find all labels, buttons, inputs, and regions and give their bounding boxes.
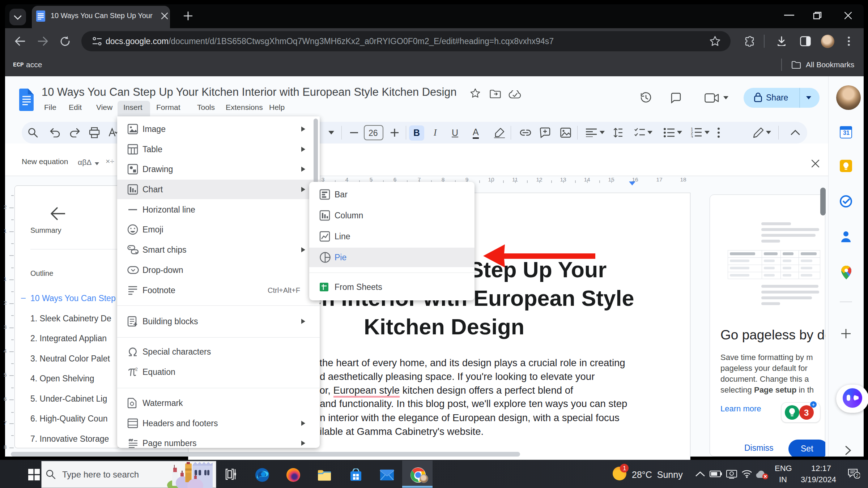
svg-text:2: 2: [135, 367, 138, 372]
svg-text:2: 2: [856, 473, 859, 478]
svg-text:3: 3: [691, 135, 693, 138]
